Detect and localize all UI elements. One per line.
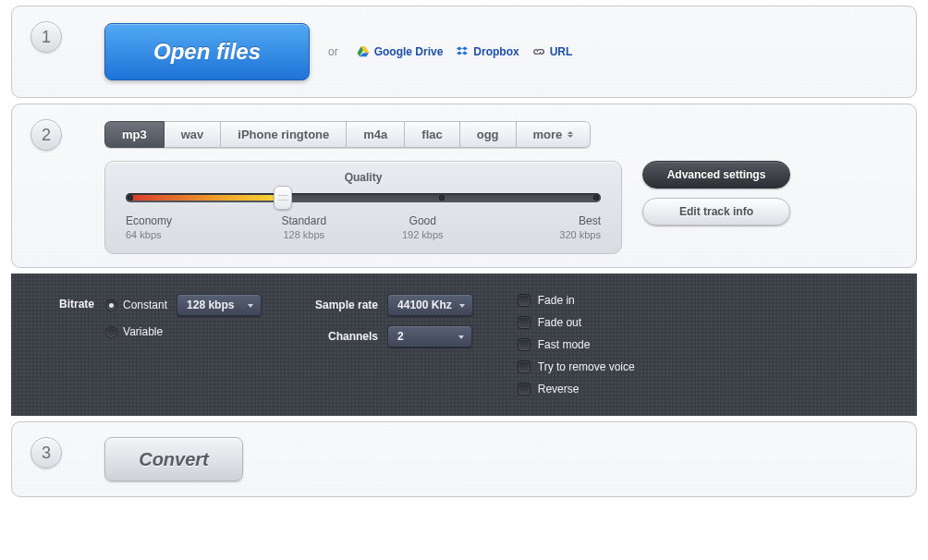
tab-ogg[interactable]: ogg [460,121,517,148]
slider-stop-1 [128,195,133,201]
bitrate-constant-radio[interactable]: Constant [105,298,167,311]
reverse-label: Reverse [538,383,580,396]
bitrate-variable-label: Variable [123,325,163,338]
cloud-links: Google Drive Dropbox URL [357,45,573,58]
tab-more-label: more [533,128,563,141]
checkbox-icon [518,294,531,307]
quality-label-standard: Standard128 kbps [245,213,364,242]
bitrate-label: Bitrate [59,294,94,310]
google-drive-icon [357,45,370,58]
quality-label-economy: Economy64 kbps [126,213,245,242]
slider-fill [128,195,289,201]
advanced-panel: Bitrate Constant 128 kbps Variable Sampl… [11,274,917,416]
convert-button[interactable]: Convert [104,437,243,481]
quality-card: Quality Economy64 kbps Standard128 kbps … [104,161,622,254]
fade-out-checkbox[interactable]: Fade out [518,316,635,329]
slider-stop-3 [439,195,445,201]
samplerate-label: Sample rate [306,298,378,311]
bitrate-select[interactable]: 128 kbps [177,294,262,316]
google-drive-link[interactable]: Google Drive [357,45,444,58]
tab-flac[interactable]: flac [405,121,459,148]
rate-channels-group: Sample rate 44100 Khz Channels 2 [306,294,473,396]
fade-in-checkbox[interactable]: Fade in [518,294,635,307]
tab-iphone-ringtone[interactable]: iPhone ringtone [221,121,347,148]
checkbox-icon [518,383,531,396]
radio-icon [105,299,117,311]
link-icon [532,45,545,58]
side-buttons: Advanced settings Edit track info [642,161,790,225]
step1-panel: 1 Open files or Google Drive Dropbox URL [11,6,917,98]
edit-track-info-button[interactable]: Edit track info [642,198,790,225]
quality-slider[interactable] [126,193,601,202]
tab-more[interactable]: more [517,121,592,148]
quality-label-best: Best320 kbps [482,213,602,242]
fast-mode-checkbox[interactable]: Fast mode [518,338,635,351]
quality-labels: Economy64 kbps Standard128 kbps Good192 … [126,213,601,242]
quality-label-good: Good192 kbps [363,213,482,242]
checkbox-icon [518,338,531,351]
dropbox-link[interactable]: Dropbox [456,45,519,58]
remove-voice-checkbox[interactable]: Try to remove voice [518,360,635,373]
step1-badge: 1 [31,21,62,53]
bitrate-group: Bitrate Constant 128 kbps Variable [59,294,262,396]
google-drive-label: Google Drive [374,45,444,58]
tab-mp3[interactable]: mp3 [104,121,165,148]
channels-label: Channels [306,330,378,343]
tab-wav[interactable]: wav [165,121,222,148]
samplerate-select[interactable]: 44100 Khz [387,294,473,316]
url-label: URL [550,45,573,58]
fade-in-label: Fade in [538,294,575,307]
open-files-button[interactable]: Open files [104,23,310,80]
url-link[interactable]: URL [532,45,573,58]
remove-voice-label: Try to remove voice [538,360,635,373]
options-group: Fade in Fade out Fast mode Try to remove… [518,294,635,396]
format-tabs: mp3 wav iPhone ringtone m4a flac ogg mor… [104,121,591,148]
reverse-checkbox[interactable]: Reverse [518,383,635,396]
fade-out-label: Fade out [538,316,581,329]
channels-select[interactable]: 2 [387,325,472,347]
updown-icon [568,131,573,138]
dropbox-label: Dropbox [473,45,519,58]
or-text: or [328,45,338,58]
step3-badge: 3 [31,437,62,469]
advanced-settings-button[interactable]: Advanced settings [642,161,790,189]
checkbox-icon [518,360,531,373]
slider-stop-4 [593,195,599,201]
bitrate-variable-radio[interactable]: Variable [105,325,262,338]
quality-title: Quality [126,171,601,184]
bitrate-constant-label: Constant [123,298,167,311]
step3-panel: 3 Convert [11,421,917,497]
fast-mode-label: Fast mode [538,338,591,351]
checkbox-icon [518,316,531,329]
radio-icon [105,326,117,338]
dropbox-icon [456,45,469,58]
step2-badge: 2 [31,119,62,151]
step2-panel: 2 mp3 wav iPhone ringtone m4a flac ogg m… [11,103,917,268]
slider-thumb[interactable] [274,186,292,210]
tab-m4a[interactable]: m4a [347,121,405,148]
